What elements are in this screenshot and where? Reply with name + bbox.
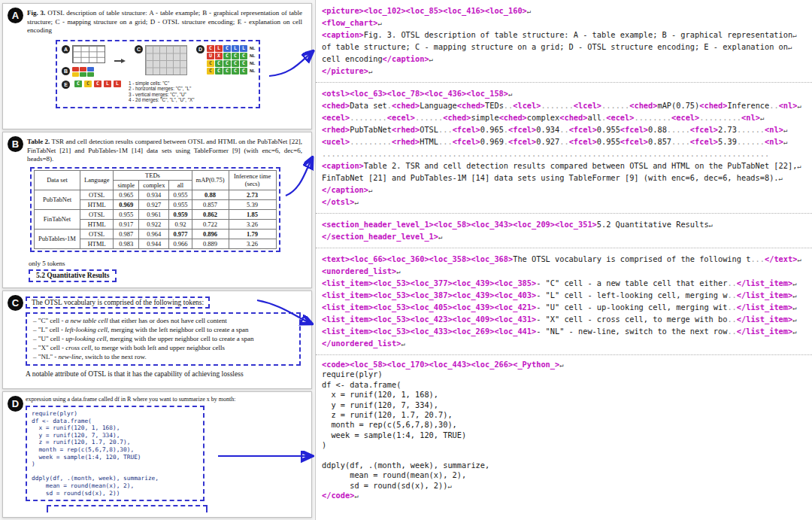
doctag-text: 0.927 <box>536 137 559 146</box>
crop-figure-example: A Fig. 3. OTSL description of table stru… <box>2 3 312 129</box>
doctag-tag: <fcel> <box>453 125 480 134</box>
doctag-line: <list_item><loc_53><loc_423><loc_409><lo… <box>322 313 810 325</box>
doctag-tag: <fcel> <box>453 137 480 146</box>
nl-label: NL <box>250 53 255 58</box>
doctag-line: <text><loc_66><loc_360><loc_358><loc_368… <box>322 253 810 265</box>
otsl-grid-row: CCCCCNL <box>207 68 255 75</box>
doctag-line: <caption>Table 2. TSR and cell detection… <box>322 160 810 172</box>
table-cell: 0.927 <box>139 199 169 209</box>
doctag-line: <otsl><loc_63><loc_78><loc_436><loc_158>… <box>322 87 810 99</box>
doctag-line: </unordered_list>↵ <box>322 337 810 349</box>
otsl-cell <box>87 67 94 71</box>
otsl-cell <box>72 72 79 77</box>
mapping-grid-group: C <box>135 45 187 75</box>
col-header-dataset: Data set <box>35 170 80 190</box>
doctag-tag: <lcel> <box>513 101 541 110</box>
doctag-tag: <loc_351> <box>555 220 597 229</box>
table-cell: 1.79 <box>229 229 276 239</box>
doctag-line: <ucel>.........<rhed>HTML...<fcel>0.969.… <box>322 135 810 147</box>
return-icon: ↵ <box>447 482 451 490</box>
doctag-line: mean = round(mean(x), 2), <box>322 470 810 480</box>
doctag-tag: <ecel> <box>606 113 634 122</box>
clipped-annotation-box <box>47 505 208 512</box>
list-item-text: – "L" cell - <box>33 326 65 333</box>
doctag-tag: </picture> <box>322 66 368 75</box>
otsl-cell: C <box>74 81 82 87</box>
mini-table-figure <box>72 45 105 63</box>
code-annotation-box: require(plyr)df <- data.frame( x = runif… <box>26 406 205 501</box>
table-cell: 0.922 <box>139 219 169 229</box>
doctag-line: <ched>Data set.<ched>Language<ched>TEDs.… <box>322 99 810 111</box>
doctag-tag: <rhed> <box>322 125 350 134</box>
pad-dots: ..... <box>667 125 690 134</box>
badge-a: A <box>8 8 23 23</box>
doctag-line: <list_item><loc_53><loc_433><loc_269><lo… <box>322 325 810 337</box>
table-cell: 0.966 <box>169 239 192 248</box>
doctag-text: Table 2. TSR and cell detection results … <box>364 161 798 170</box>
list-item: – "X" cell - cross cell, to merge with b… <box>33 344 293 352</box>
pad-dots: ......... <box>699 113 741 122</box>
doctag-tag: <loc_58> <box>434 220 471 229</box>
doctag-tag: <ched> <box>392 101 420 110</box>
pad-dots: ....... <box>541 101 573 110</box>
otsl-cell: C <box>215 60 223 67</box>
doctag-line: x = runif(120, 1, 168), <box>322 390 810 400</box>
return-icon: ↵ <box>792 304 796 312</box>
pad-dots: ......... <box>350 137 392 146</box>
otsl-grid-row <box>72 72 94 77</box>
table-cell: 3.26 <box>229 219 276 229</box>
table-cell: 0.964 <box>139 229 169 239</box>
doctag-tag: <flow_chart> <box>322 18 377 27</box>
doctag-tag: <picture> <box>322 6 364 15</box>
otsl-cell: L <box>114 81 121 87</box>
table-cell-dataset: FinTabNet <box>35 209 80 229</box>
doctag-text: - "C" cell - a new table cell that eithe… <box>536 278 727 287</box>
doctag-text: - "X" cell - cross cell, to merge with b… <box>536 315 727 324</box>
doctag-line: ) <box>322 440 810 450</box>
doctag-tag: <section_header_level_1> <box>322 220 434 229</box>
doctag-tag: <rhed> <box>392 137 420 146</box>
table-row: FinTabNetOTSL0.9550.9610.9590.8621.85 <box>35 209 277 219</box>
doctag-tag: <loc_368> <box>471 254 513 263</box>
return-icon: ↵ <box>396 268 400 275</box>
list-item-text: – "U" cell - <box>33 335 65 342</box>
legend-line: 1 - simple cells: "C" <box>129 81 195 87</box>
doctag-tag: <loc_58> <box>350 360 387 369</box>
otsl-cell <box>87 72 94 77</box>
table-cell: 0.965 <box>114 190 139 199</box>
doctag-tag: </otsl> <box>322 197 354 206</box>
doctag-text: ddply(df, .(month, week), summarize, <box>322 461 489 470</box>
return-icon: ↵ <box>368 68 372 75</box>
doctag-tag: <loc_63> <box>350 89 387 98</box>
return-icon: ↵ <box>438 233 442 241</box>
code-line: month = rep(c(5,6,7,8),30), <box>32 446 198 454</box>
doctag-line: <list_item><loc_53><loc_377><loc_439><lo… <box>322 277 810 289</box>
doctag-line: </caption>↵ <box>322 184 810 196</box>
otsl-cell: C <box>207 45 214 52</box>
doctag-line: <section_header_level_1><loc_58><loc_343… <box>322 218 810 230</box>
doctag-tag: <_Python_> <box>513 360 559 369</box>
doctag-tag: <loc_53> <box>373 278 411 287</box>
doctag-line: <picture><loc_102><loc_85><loc_416><loc_… <box>322 5 810 17</box>
doctag-tag: <nl> <box>741 113 760 122</box>
pad-dots: ........ <box>350 113 387 122</box>
doctag-tag: <loc_423> <box>411 315 453 324</box>
doctag-text: x = runif(120, 1, 168), <box>322 390 438 399</box>
doctag-tag: <loc_160> <box>485 6 527 15</box>
doctag-tag: <loc_403> <box>494 290 536 300</box>
doctag-tag: <list_item> <box>322 278 373 287</box>
doctag-tag: <fcel> <box>569 125 597 134</box>
doctag-tag: <loc_78> <box>387 89 425 98</box>
doctags-output-panel: <picture><loc_102><loc_85><loc_416><loc_… <box>316 0 812 520</box>
return-icon: ↵ <box>401 340 404 348</box>
col-header-complex: complex <box>139 180 169 190</box>
doctag-text: simple <box>471 113 498 122</box>
table-cell: 0.722 <box>192 219 229 229</box>
doctag-tag: <caption> <box>322 30 364 39</box>
pad-dots: ........ <box>634 113 671 122</box>
doctag-text: 5.2 Quantitative Results <box>597 220 709 229</box>
table-cell: 2.73 <box>229 190 276 199</box>
doctag-tag: <text> <box>322 254 350 263</box>
doctag-tag: </text> <box>765 254 797 263</box>
return-icon: ↵ <box>797 163 801 170</box>
